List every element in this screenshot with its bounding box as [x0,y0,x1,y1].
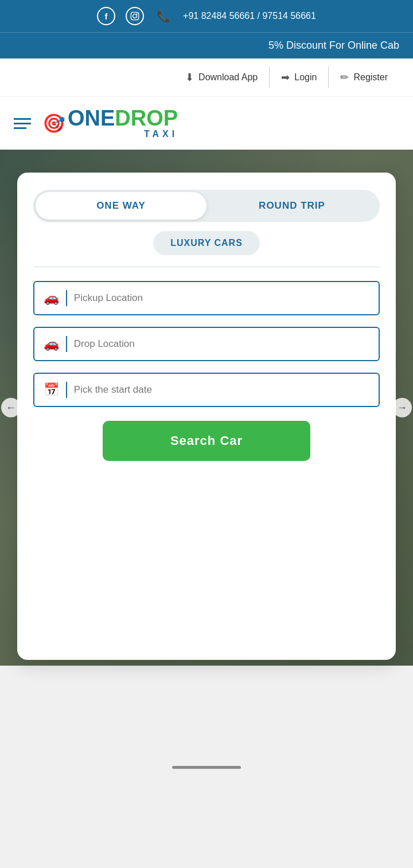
left-arrow-icon: ← [6,402,16,414]
login-icon: ➡ [281,71,290,84]
calendar-icon: 📅 [44,382,59,397]
drop-field-container: 🚗 [33,327,380,361]
search-car-button[interactable]: Search Car [103,421,310,461]
nav-bar: ⬇ Download App ➡ Login ✏ Register [0,58,413,97]
hamburger-menu[interactable] [14,118,31,129]
instagram-icon[interactable] [126,7,144,25]
start-date-input[interactable] [74,384,369,396]
download-icon: ⬇ [185,71,194,84]
svg-point-1 [133,14,137,18]
next-slide-button[interactable]: → [392,398,412,417]
logo-one: ONE [68,107,115,129]
logo-drop: DROP [115,107,178,129]
header: 🎯 ONE DROP TAXI [0,97,413,150]
right-arrow-icon: → [397,402,407,414]
pickup-field-container: 🚗 [33,281,380,315]
search-car-label: Search Car [170,433,243,448]
field-divider-2 [66,336,67,352]
nav-links: ⬇ Download App ➡ Login ✏ Register [174,67,399,88]
pickup-car-icon: 🚗 [44,291,59,306]
register-icon: ✏ [340,71,349,84]
home-indicator [172,766,241,769]
login-link[interactable]: ➡ Login [270,67,329,88]
logo-taxi: TAXI [68,129,178,139]
discount-text: 5% Discount For Online Cab [268,40,399,51]
register-label: Register [353,72,388,83]
download-label: Download App [198,72,258,83]
login-label: Login [294,72,317,83]
phone-number: +91 82484 56661 / 97514 56661 [183,11,316,21]
svg-point-2 [137,13,138,14]
hero: ← → ONE WAY ROUND TRIP LUXURY CARS 🚗 [0,150,413,666]
download-app-link[interactable]: ⬇ Download App [174,67,270,88]
luxury-tab-row: LUXURY CARS [33,231,380,255]
luxury-cars-tab[interactable]: LUXURY CARS [153,231,260,255]
field-divider-1 [66,290,67,306]
logo: 🎯 ONE DROP TAXI [42,107,178,139]
divider [33,267,380,267]
pickup-location-input[interactable] [74,292,369,304]
phone-icon: 📞 [154,7,173,25]
one-way-tab[interactable]: ONE WAY [36,192,206,220]
luxury-label: LUXURY CARS [170,238,243,248]
field-divider-3 [66,382,67,398]
logo-wheel-icon: 🎯 [42,112,65,134]
one-way-label: ONE WAY [96,200,146,211]
register-link[interactable]: ✏ Register [329,67,399,88]
round-trip-tab[interactable]: ROUND TRIP [206,192,377,220]
drop-car-icon: 🚗 [44,337,59,351]
trip-type-tabs: ONE WAY ROUND TRIP [33,190,380,222]
social-icons: f 📞 +91 82484 56661 / 97514 56661 [97,7,316,25]
search-card: ONE WAY ROUND TRIP LUXURY CARS 🚗 🚗 [17,173,396,660]
facebook-icon[interactable]: f [97,7,115,25]
top-bar: f 📞 +91 82484 56661 / 97514 56661 [0,0,413,32]
svg-rect-0 [131,12,138,19]
prev-slide-button[interactable]: ← [1,398,21,417]
discount-banner: 5% Discount For Online Cab [0,32,413,58]
drop-location-input[interactable] [74,338,369,350]
round-trip-label: ROUND TRIP [259,200,325,211]
bottom-area [0,666,413,780]
date-field-container: 📅 [33,373,380,407]
